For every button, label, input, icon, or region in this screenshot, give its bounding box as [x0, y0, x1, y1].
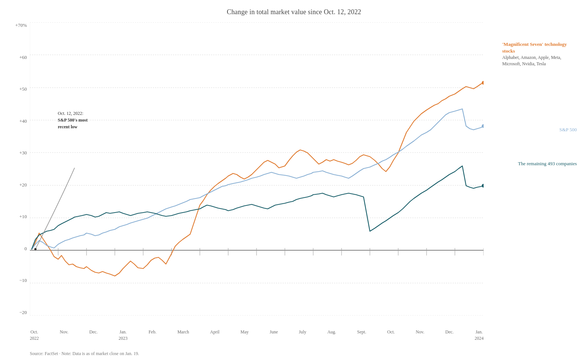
- legend-remaining-label: The remaining 493 companies: [518, 161, 577, 166]
- x-label-dec2023: Dec.: [445, 329, 453, 335]
- y-label-30: +30: [7, 150, 30, 156]
- x-label-feb: Feb.: [148, 329, 156, 335]
- y-label-neg10: −10: [7, 277, 30, 283]
- legend-sp500-label: S&P 500: [559, 127, 577, 132]
- x-axis-labels: Oct.2022 Nov. Dec. Jan.2023 Feb. March A…: [30, 329, 484, 342]
- y-label-70: +70%: [7, 22, 30, 28]
- chart-svg: [30, 22, 484, 316]
- chart-container: Change in total market value since Oct. …: [0, 0, 588, 364]
- annotation-date: Oct. 12, 2022:: [58, 110, 88, 117]
- annotation-arrow: [35, 168, 75, 249]
- legend-remaining: The remaining 493 companies: [518, 160, 577, 167]
- x-label-july: July: [299, 329, 306, 335]
- x-label-aug: Aug.: [327, 329, 336, 335]
- legend-sp500: S&P 500: [559, 127, 577, 133]
- y-label-neg20: −20: [7, 310, 30, 316]
- x-label-jan2024: Jan.2024: [475, 329, 484, 342]
- y-axis: +70% +60 +50 +40 +30 +20 +10 0 −10 −20: [7, 22, 30, 316]
- x-label-oct2023: Oct.: [387, 329, 394, 335]
- svg-point-28: [34, 248, 37, 250]
- y-label-20: +20: [7, 182, 30, 188]
- annotation-text: S&P 500's mostrecent low: [58, 117, 88, 130]
- x-label-may: May: [240, 329, 249, 335]
- magnificent-seven-line: [32, 83, 484, 276]
- x-label-jan2023: Jan.2023: [119, 329, 128, 342]
- y-label-40: +40: [7, 118, 30, 124]
- y-label-60: +60: [7, 54, 30, 60]
- source-note: Source: FactSet · Note: Data is as of ma…: [30, 351, 139, 357]
- y-label-10: +10: [7, 214, 30, 220]
- x-label-nov2023: Nov.: [416, 329, 424, 335]
- chart-title: Change in total market value since Oct. …: [0, 0, 588, 16]
- y-label-50: +50: [7, 86, 30, 92]
- annotation: Oct. 12, 2022: S&P 500's mostrecent low: [58, 110, 88, 130]
- remaining-493-line: [32, 166, 484, 249]
- legend-magnificent-sub: Alphabet, Amazon, Apple, Meta, Microsoft…: [502, 54, 577, 67]
- x-label-april: April: [210, 329, 219, 335]
- legend-magnificent-title: 'Magnificent Seven' technology stocks: [502, 41, 577, 54]
- x-label-march: March: [177, 329, 189, 335]
- sp500-line: [32, 109, 484, 249]
- mag7-endpoint: [482, 81, 484, 85]
- x-label-sept: Sept.: [357, 329, 366, 335]
- x-label-june: June: [270, 329, 278, 335]
- remaining-endpoint: [482, 184, 484, 188]
- legend-magnificent: 'Magnificent Seven' technology stocks Al…: [502, 41, 577, 67]
- x-label-nov: Nov.: [60, 329, 68, 335]
- x-label-dec: Dec.: [89, 329, 97, 335]
- y-label-0: 0: [7, 246, 30, 252]
- x-label-oct2022: Oct.2022: [30, 329, 39, 342]
